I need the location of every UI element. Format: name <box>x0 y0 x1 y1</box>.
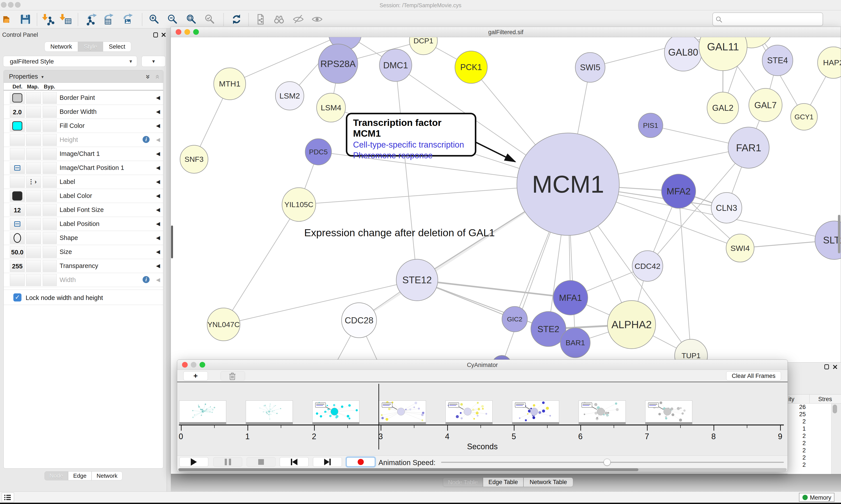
annotation-box[interactable]: Transcription factor MCM1 Cell-type-spec… <box>346 113 476 157</box>
expand-arrow-icon[interactable]: ◀ <box>156 151 160 157</box>
table-cell-value[interactable]: 26 <box>788 403 831 411</box>
def-cell[interactable]: 12 <box>10 204 25 216</box>
def-cell[interactable] <box>10 218 25 230</box>
property-row-image-chart-1[interactable]: Image/Chart 1◀ <box>4 147 163 161</box>
map-cell[interactable] <box>26 134 41 146</box>
property-row-size[interactable]: 50.0Size◀ <box>4 245 163 259</box>
table-scrollbar[interactable] <box>833 404 837 474</box>
map-cell[interactable] <box>26 190 41 202</box>
def-cell[interactable]: 2.0 <box>10 106 25 118</box>
zoom-out-icon[interactable] <box>166 13 179 25</box>
frame-thumbnail-2[interactable] <box>312 400 359 422</box>
frame-thumbnail-0[interactable] <box>179 400 226 422</box>
byp-cell[interactable] <box>43 92 57 104</box>
network-edge[interactable] <box>223 204 299 324</box>
frame-thumbnail-4[interactable] <box>446 400 493 422</box>
def-cell[interactable] <box>10 92 25 104</box>
tab-node-table[interactable]: Node Table <box>443 478 483 487</box>
expand-arrow-icon[interactable]: ◀ <box>156 249 160 255</box>
expand-arrow-icon[interactable]: ◀ <box>156 235 160 241</box>
memory-button[interactable]: Memory <box>799 493 835 502</box>
property-row-height[interactable]: Heighti◀ <box>4 133 163 147</box>
table-cell-value[interactable]: 25 <box>788 411 831 418</box>
zoom-selected-icon[interactable] <box>204 13 216 25</box>
show-details-icon[interactable] <box>311 13 323 25</box>
table-cell-value[interactable]: 2 <box>788 432 831 439</box>
expand-arrow-icon[interactable]: ◀ <box>156 207 160 213</box>
export-document-icon[interactable] <box>254 13 267 25</box>
tab-network[interactable]: Network <box>44 41 78 52</box>
property-row-border-paint[interactable]: Border Paint◀ <box>4 91 163 105</box>
left-scrollbar-thumb[interactable] <box>171 226 173 258</box>
add-frame-button[interactable]: + <box>183 371 208 380</box>
map-cell[interactable] <box>26 92 41 104</box>
skip-to-start-button[interactable] <box>280 457 309 467</box>
def-cell[interactable] <box>10 190 25 202</box>
expand-arrow-icon[interactable]: ◀ <box>156 165 160 171</box>
find-icon[interactable] <box>273 13 285 25</box>
timeline[interactable]: 0123456789 Seconds <box>177 383 788 455</box>
tab-select[interactable]: Select <box>103 41 131 52</box>
cyanimator-titlebar[interactable]: CyAnimator <box>177 360 788 370</box>
property-row-label-color[interactable]: Label Color◀ <box>4 189 163 203</box>
close-panel-icon[interactable] <box>161 32 166 38</box>
expand-arrow-icon[interactable]: ◀ <box>156 277 160 283</box>
property-row-transparency[interactable]: 255Transparency◀ <box>4 259 163 273</box>
tab-network-bottom[interactable]: Network <box>92 471 122 480</box>
expand-arrow-icon[interactable]: ◀ <box>156 137 160 143</box>
tab-network-table[interactable]: Network Table <box>523 478 573 487</box>
byp-cell[interactable] <box>43 274 57 286</box>
style-selector-dropdown[interactable]: galFiltered Style ▾ <box>3 56 137 67</box>
network-window-titlebar[interactable]: galFiltered.sif <box>171 27 841 37</box>
map-cell[interactable] <box>26 106 41 118</box>
refresh-layout-icon[interactable] <box>230 13 243 25</box>
float-panel-icon[interactable] <box>824 364 829 370</box>
property-row-label-font-size[interactable]: 12Label Font Size◀ <box>4 203 163 217</box>
lock-checkbox[interactable]: ✓ <box>13 293 21 302</box>
byp-cell[interactable] <box>43 204 57 216</box>
save-session-icon[interactable] <box>19 13 32 25</box>
annotation-link-2[interactable]: Pheromone response <box>353 151 469 160</box>
table-cell-value[interactable]: 2 <box>788 461 831 469</box>
tab-node[interactable]: Node <box>44 471 68 480</box>
column-header-fragment[interactable]: ity <box>788 396 794 403</box>
map-cell[interactable] <box>26 218 41 230</box>
show-panels-button[interactable] <box>2 492 14 502</box>
frame-thumbnail-6[interactable] <box>579 400 626 422</box>
annotation-link-1[interactable]: Cell-type-specific transcription <box>353 140 469 149</box>
table-cell-value[interactable]: 2 <box>788 418 831 425</box>
network-edge[interactable] <box>395 65 417 280</box>
network-edge[interactable] <box>679 191 691 356</box>
properties-header[interactable]: Properties ▾ » » <box>4 70 163 83</box>
export-table-icon[interactable] <box>102 13 114 25</box>
export-network-icon[interactable] <box>85 13 98 25</box>
frame-thumbnail-1[interactable] <box>246 400 293 422</box>
map-cell[interactable] <box>26 260 41 272</box>
scrollbar-thumb[interactable] <box>179 468 639 471</box>
def-cell[interactable] <box>10 232 25 244</box>
byp-cell[interactable] <box>43 162 57 174</box>
byp-cell[interactable] <box>43 232 57 244</box>
speed-slider-handle[interactable] <box>604 459 611 466</box>
expand-arrow-icon[interactable]: ◀ <box>156 179 160 185</box>
hide-details-icon[interactable] <box>292 13 304 25</box>
expand-arrow-icon[interactable]: ◀ <box>156 109 160 115</box>
map-cell[interactable] <box>26 148 41 160</box>
expand-arrow-icon[interactable]: ◀ <box>156 123 160 129</box>
play-button[interactable] <box>179 457 208 467</box>
byp-cell[interactable] <box>43 120 57 132</box>
byp-cell[interactable] <box>43 190 57 202</box>
property-row-border-width[interactable]: 2.0Border Width◀ <box>4 105 163 119</box>
open-session-icon[interactable] <box>3 13 15 25</box>
zoom-in-icon[interactable] <box>148 13 160 25</box>
expand-arrow-icon[interactable]: ◀ <box>156 94 160 101</box>
stop-button[interactable] <box>247 457 275 467</box>
table-cell-value[interactable]: 1 <box>788 425 831 432</box>
property-row-width[interactable]: Widthi◀ <box>4 273 163 287</box>
import-network-icon[interactable] <box>42 13 54 25</box>
property-row-label[interactable]: ⋮›Label◀ <box>4 175 163 189</box>
playhead[interactable] <box>378 384 379 449</box>
export-image-icon[interactable] <box>121 13 133 25</box>
property-row-shape[interactable]: Shape◀ <box>4 231 163 245</box>
map-cell[interactable] <box>26 162 41 174</box>
